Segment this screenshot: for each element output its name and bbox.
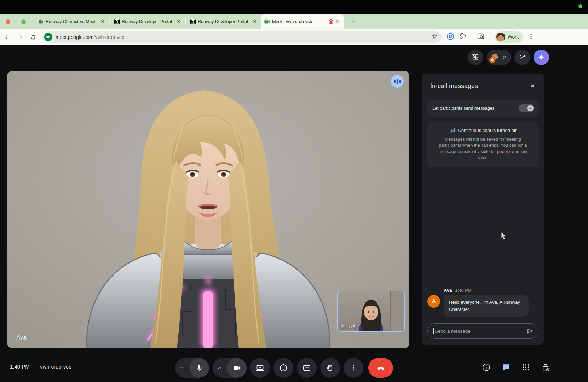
extensions-icon[interactable]	[459, 33, 467, 41]
browser-toolbar: meet.google.com/vwh-crob-vcb Work	[0, 29, 588, 45]
side-panel-search-icon[interactable]	[477, 33, 485, 42]
toggle-check-icon: ✓	[527, 105, 534, 111]
message-time: 1:40 PM	[455, 288, 472, 293]
tab-separator	[109, 18, 110, 25]
captions-icon: CC	[302, 364, 311, 372]
continuous-chat-notice: Continuous chat is turned off Messages w…	[427, 122, 538, 167]
url-path: /vwh-crob-vcb	[93, 34, 124, 40]
meet-camera-badge-icon	[44, 33, 52, 41]
chat-message: Ava1:40 PM A Hello everyone, I'm Ava, A …	[422, 288, 544, 319]
window-zoom-button[interactable]	[21, 19, 26, 24]
audio-level-indicator	[391, 75, 404, 88]
address-bar[interactable]: meet.google.com/vwh-crob-vcb	[42, 31, 442, 43]
message-input[interactable]	[435, 329, 526, 334]
chat-icon	[502, 363, 511, 372]
close-icon[interactable]: ✕	[252, 18, 258, 25]
window-close-button[interactable]	[6, 19, 10, 24]
tab-label: Runway Characters Meet	[46, 19, 97, 24]
send-messages-toggle[interactable]: ✓	[519, 104, 534, 112]
svg-text:CC: CC	[305, 366, 309, 370]
new-tab-button[interactable]: +	[348, 17, 358, 27]
notice-body: Messages will not be saved for meeting p…	[434, 137, 532, 161]
audio-options-button[interactable]: ⋯	[175, 365, 189, 371]
message-bubble: Hello everyone, I'm Ava, A Runway Charac…	[444, 295, 529, 317]
participant-count: 2	[503, 54, 506, 60]
tab-label: Runway Developer Portal	[198, 19, 249, 24]
profile-label: Work	[508, 34, 519, 40]
emoji-icon	[279, 364, 288, 372]
camera-button[interactable]	[227, 358, 247, 378]
profile-button[interactable]: Work	[495, 31, 523, 43]
recording-indicator	[329, 19, 333, 24]
end-call-button[interactable]	[368, 358, 393, 378]
more-options-button[interactable]	[344, 358, 363, 378]
close-panel-icon[interactable]: ✕	[527, 81, 538, 91]
tab-separator	[185, 18, 186, 25]
tab-runway-developer-portal-1[interactable]: R Runway Developer Portal ✕	[110, 16, 185, 28]
panel-title: In-call messages	[430, 82, 527, 90]
pip-video-tile[interactable]: Yining Shi	[337, 291, 405, 332]
meeting-tools	[481, 362, 550, 372]
browser-tab-strip: Runway Characters Meet ✕ R Runway Develo…	[0, 14, 588, 29]
close-icon[interactable]: ✕	[335, 18, 341, 25]
message-author: Ava	[444, 288, 452, 293]
activities-button[interactable]	[521, 362, 531, 372]
back-button[interactable]	[2, 32, 13, 42]
camera-active-indicator	[578, 4, 582, 8]
host-controls-button[interactable]	[541, 362, 550, 372]
meeting-details-button[interactable]	[481, 362, 491, 372]
meeting-code: vwh-crob-vcb	[40, 364, 71, 370]
host-lock-icon	[541, 363, 550, 372]
bookmark-icon[interactable]	[431, 33, 438, 41]
present-button[interactable]	[250, 358, 270, 378]
toggle-label: Let participants send messages	[432, 106, 519, 111]
runway-icon: R	[114, 19, 120, 24]
browser-menu-icon[interactable]	[528, 33, 534, 41]
gemini-button[interactable]	[534, 50, 549, 65]
video-options-button[interactable]	[213, 365, 227, 370]
tab-runway-developer-portal-2[interactable]: R Runway Developer Portal ✕	[186, 16, 261, 28]
change-layout-button[interactable]	[468, 50, 483, 65]
meet-page: A 2	[0, 45, 588, 382]
tab-meet-active[interactable]: Meet - vwh-crob-vcb ✕	[261, 14, 344, 29]
onepassword-icon[interactable]	[446, 33, 454, 42]
pip-name-label: Yining Shi	[341, 325, 358, 329]
end-call-icon	[376, 363, 385, 372]
camera-control	[213, 358, 247, 378]
participant-avatars: A	[490, 52, 500, 63]
window-minimize-button[interactable]	[13, 19, 18, 24]
present-icon	[256, 364, 264, 372]
message-avatar: A	[427, 295, 440, 308]
captions-button[interactable]: CC	[297, 358, 317, 378]
videocam-icon	[233, 364, 241, 372]
main-video-tile[interactable]: Ava Yining Shi	[7, 71, 409, 348]
reload-button[interactable]	[28, 32, 38, 42]
raise-hand-button[interactable]	[320, 358, 340, 378]
chat-button-active[interactable]	[501, 362, 511, 372]
apply-effects-button[interactable]	[514, 50, 530, 65]
forward-button[interactable]	[15, 32, 25, 42]
globe-icon	[38, 19, 44, 24]
chat-scroll-area[interactable]	[422, 167, 544, 288]
toolbar-separator	[490, 34, 490, 41]
participant-avatar-a: A	[489, 57, 496, 63]
divider	[35, 363, 35, 370]
microphone-button[interactable]	[189, 358, 209, 378]
chevron-up-icon	[217, 365, 222, 370]
microphone-control: ⋯	[175, 358, 209, 378]
tab-runway-characters-meet[interactable]: Runway Characters Meet ✕	[34, 16, 109, 28]
microphone-icon	[195, 364, 203, 372]
message-input-row	[427, 323, 538, 339]
participants-button[interactable]: A 2	[487, 50, 511, 65]
send-messages-setting-row: Let participants send messages ✓	[427, 100, 538, 117]
call-controls: ⋯	[175, 358, 393, 378]
send-message-button[interactable]	[526, 327, 534, 335]
meeting-info: 1:40 PM vwh-crob-vcb	[10, 363, 71, 370]
close-icon[interactable]: ✕	[99, 18, 106, 25]
send-icon	[526, 327, 534, 335]
close-icon[interactable]: ✕	[175, 18, 182, 25]
toolbar-separator	[472, 34, 472, 41]
participant-name-label: Ava	[16, 334, 27, 341]
window-controls	[6, 19, 26, 24]
reactions-button[interactable]	[273, 358, 293, 378]
